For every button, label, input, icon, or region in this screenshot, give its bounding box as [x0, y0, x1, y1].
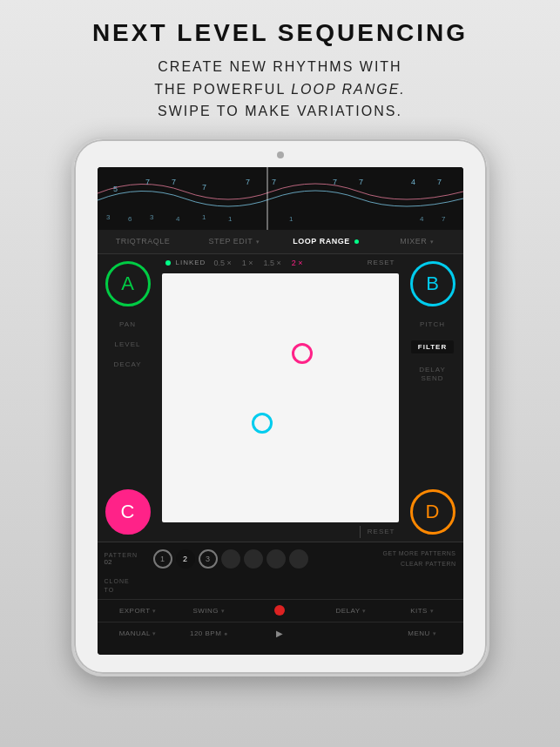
svg-text:7: 7: [172, 178, 176, 186]
pattern-circle-1[interactable]: 1: [153, 549, 172, 569]
loop-grid[interactable]: [162, 273, 399, 522]
loop-dot-cyan: [252, 413, 273, 434]
reset-label[interactable]: RESET: [368, 259, 395, 266]
mult-2[interactable]: 2 ×: [289, 258, 306, 268]
pattern-circle-3[interactable]: 3: [199, 549, 218, 569]
pattern-circles: 1 2 3: [153, 549, 378, 569]
bottom-bar: PATTERN 02 1 2 3: [98, 542, 463, 655]
pattern-circle-7[interactable]: [289, 549, 308, 569]
loop-dot-pink: [292, 343, 313, 364]
header-title: NEXT LEVEL SEQUENCING: [92, 19, 468, 47]
linked-label: LINKED: [176, 259, 206, 266]
loop-reset[interactable]: RESET: [368, 528, 395, 535]
right-labels: PITCH FILTER DELAYSEND: [411, 320, 454, 384]
pattern-info: PATTERN 02: [105, 552, 148, 566]
header-subtitle: CREATE NEW RHYTHMS WITH THE POWERFUL LOO…: [137, 56, 423, 123]
menu-btn[interactable]: MENU ▾: [388, 629, 456, 637]
clone-info: CLONETO: [105, 577, 148, 596]
svg-text:7: 7: [333, 178, 337, 186]
sequencer-top: 5 7 7 7 7 7 7 7 4 7 3 6 3 4 1 1 1 4 7: [98, 167, 463, 230]
pattern-circle-2[interactable]: 2: [176, 549, 195, 569]
bpm-btn[interactable]: 120 BPM ●: [175, 629, 243, 637]
svg-text:3: 3: [150, 213, 154, 221]
mult-0-5[interactable]: 0.5 ×: [211, 258, 233, 268]
filter-button[interactable]: FILTER: [411, 340, 454, 353]
footer-row-1: EXPORT ▾ SWING ▾ DELAY ▾ KITS ▾: [98, 599, 463, 622]
pattern-circle-6[interactable]: [267, 549, 286, 569]
linked-dot: [165, 260, 171, 266]
tab-mixer[interactable]: MIXER ▾: [372, 237, 463, 246]
clone-label: CLONETO: [105, 577, 148, 596]
svg-text:7: 7: [437, 178, 442, 186]
left-column: A PAN LEVEL DECAY C: [98, 254, 159, 542]
mult-1[interactable]: 1 ×: [240, 258, 256, 268]
svg-text:4: 4: [176, 215, 180, 223]
delay-btn[interactable]: DELAY ▾: [317, 607, 385, 615]
get-more-patterns[interactable]: GET MORE PATTERNS: [383, 549, 456, 558]
play-btn[interactable]: ▶: [246, 629, 314, 638]
kits-btn[interactable]: KITS ▾: [388, 607, 456, 615]
svg-text:4: 4: [411, 178, 415, 186]
svg-text:5: 5: [113, 185, 118, 193]
footer-row-2: MANUAL ▾ 120 BPM ● ▶ MENU ▾: [98, 622, 463, 644]
loop-line: [360, 526, 361, 538]
right-column: B PITCH FILTER DELAYSEND D: [402, 254, 463, 542]
svg-text:7: 7: [442, 215, 446, 223]
export-btn[interactable]: EXPORT ▾: [105, 607, 172, 615]
tabs-bar: triqtraqLE STEP EDIT ▾ LOOP RANGE MIXER …: [98, 230, 463, 254]
loop-range-header: LINKED 0.5 × 1 × 1.5 × 2 × RESET: [159, 254, 402, 272]
level-label: LEVEL: [115, 340, 141, 348]
tab-step-edit[interactable]: STEP EDIT ▾: [189, 237, 280, 246]
delay-send-label: DELAYSEND: [419, 366, 446, 384]
svg-text:4: 4: [420, 215, 424, 223]
right-pattern-btns: GET MORE PATTERNS CLEAR PATTERN: [383, 549, 456, 569]
ipad-camera: [277, 151, 284, 158]
svg-text:7: 7: [202, 183, 206, 192]
svg-text:7: 7: [359, 178, 363, 186]
pad-b[interactable]: B: [410, 261, 455, 306]
pattern-circle-5[interactable]: [244, 549, 263, 569]
ipad-frame: 5 7 7 7 7 7 7 7 4 7 3 6 3 4 1 1 1 4 7: [71, 137, 489, 676]
left-labels: PAN LEVEL DECAY: [114, 320, 142, 368]
swing-btn[interactable]: SWING ▾: [175, 607, 243, 615]
pattern-row: PATTERN 02 1 2 3: [98, 542, 463, 575]
ipad-screen: 5 7 7 7 7 7 7 7 4 7 3 6 3 4 1 1 1 4 7: [98, 167, 463, 655]
pad-a[interactable]: A: [105, 261, 151, 306]
center-area: LINKED 0.5 × 1 × 1.5 × 2 × RESET RESET: [159, 254, 402, 542]
tab-loop-range[interactable]: LOOP RANGE: [280, 237, 372, 246]
pitch-label: PITCH: [420, 320, 445, 328]
svg-text:7: 7: [272, 178, 276, 186]
pad-d[interactable]: D: [410, 489, 455, 535]
svg-text:7: 7: [246, 178, 250, 186]
svg-text:1: 1: [202, 213, 206, 221]
svg-text:6: 6: [128, 215, 132, 223]
mult-1-5[interactable]: 1.5 ×: [260, 258, 283, 268]
svg-text:1: 1: [228, 215, 233, 223]
svg-text:7: 7: [145, 178, 150, 186]
clear-pattern[interactable]: CLEAR PATTERN: [401, 560, 455, 569]
decay-label: DECAY: [114, 360, 142, 368]
record-dot[interactable]: [246, 605, 314, 616]
pan-label: PAN: [119, 320, 136, 328]
manual-btn[interactable]: MANUAL ▾: [105, 629, 172, 637]
pad-c[interactable]: C: [105, 489, 151, 535]
pattern-number: 02: [105, 558, 112, 566]
svg-text:1: 1: [289, 215, 293, 223]
main-area: A PAN LEVEL DECAY C LINKED 0.5 ×: [98, 254, 463, 542]
clone-row: CLONETO: [98, 575, 463, 597]
pattern-circle-4[interactable]: [221, 549, 240, 569]
svg-text:3: 3: [106, 213, 111, 221]
tab-triqtraq[interactable]: triqtraqLE: [98, 237, 189, 246]
loop-reset-row: RESET: [159, 524, 402, 542]
pattern-label: PATTERN: [105, 552, 138, 558]
